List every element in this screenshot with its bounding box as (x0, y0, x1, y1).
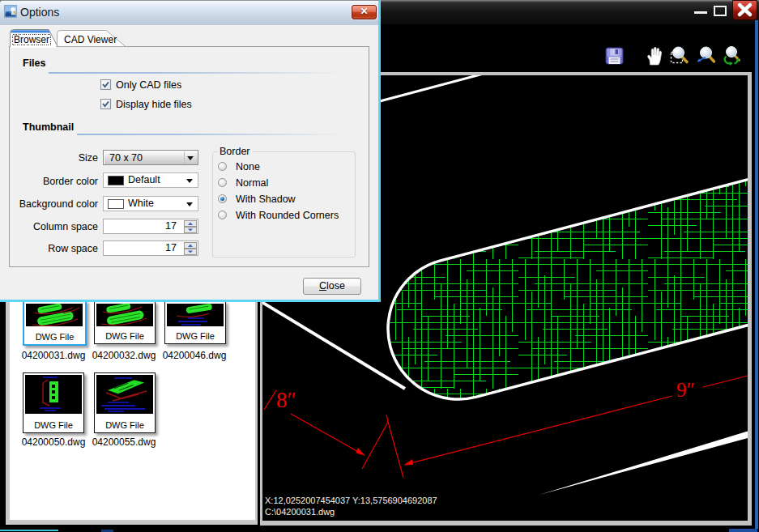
svg-text:CAD Viewer: CAD Viewer (64, 34, 117, 45)
svg-text:8″: 8″ (276, 388, 296, 412)
svg-text:Browser: Browser (14, 34, 49, 45)
svg-text:C:\04200031.dwg: C:\04200031.dwg (265, 507, 335, 517)
svg-text:9″: 9″ (676, 379, 695, 401)
svg-text:X:12,0252007454037 Y:13,575690: X:12,0252007454037 Y:13,5756904692087 (265, 496, 437, 505)
